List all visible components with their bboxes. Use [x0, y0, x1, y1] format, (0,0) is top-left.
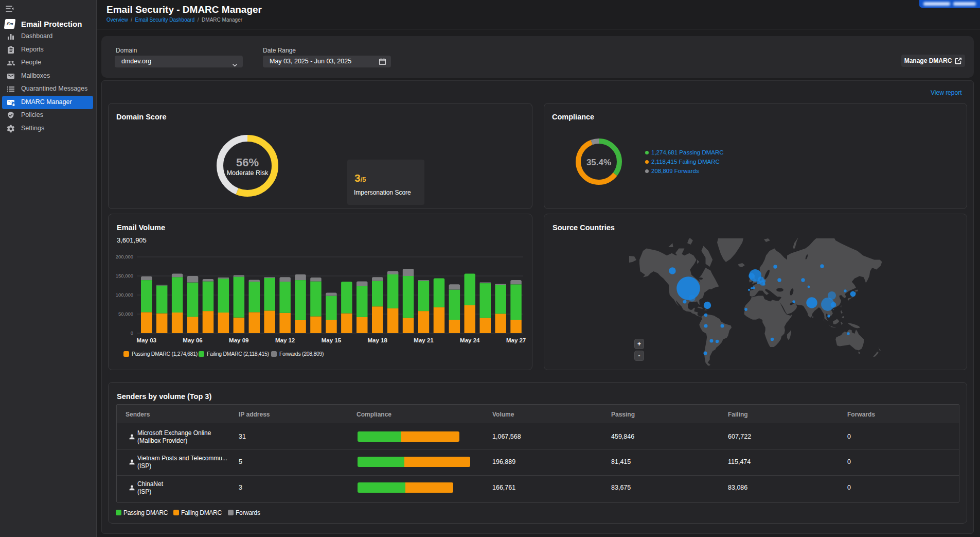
svg-text:May 06: May 06 [183, 337, 202, 343]
svg-text:150,000: 150,000 [116, 273, 133, 279]
svg-text:May 21: May 21 [414, 337, 434, 343]
svg-text:May 03: May 03 [137, 337, 156, 343]
svg-text:May 15: May 15 [322, 337, 342, 343]
svg-text:May 12: May 12 [275, 337, 295, 343]
svg-text:0: 0 [131, 330, 133, 336]
svg-text:May 18: May 18 [368, 337, 388, 343]
svg-text:May 24: May 24 [460, 337, 480, 343]
svg-text:100,000: 100,000 [116, 292, 133, 298]
svg-text:50,000: 50,000 [118, 311, 133, 317]
svg-text:May 09: May 09 [229, 337, 248, 343]
svg-text:May 27: May 27 [506, 337, 526, 343]
svg-text:200,000: 200,000 [116, 254, 133, 259]
